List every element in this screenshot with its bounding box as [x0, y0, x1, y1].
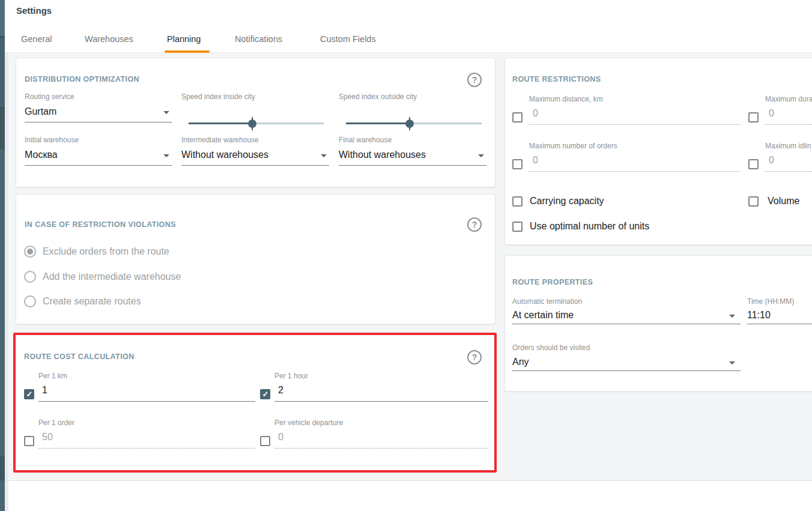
- final-warehouse-select[interactable]: Without warehouses: [339, 150, 426, 160]
- speed-inside-slider[interactable]: [189, 115, 324, 132]
- input-underline: [765, 171, 812, 172]
- routing-service-label: Routing service: [25, 92, 74, 101]
- intermediate-warehouse-select[interactable]: Without warehouses: [181, 150, 268, 160]
- per-hour-label: Per 1 hour: [274, 372, 308, 380]
- collapsed-sidebar-strip[interactable]: [0, 0, 5, 511]
- tab-bar: General Warehouses Planning Notification…: [5, 26, 812, 53]
- input-underline: [529, 171, 741, 172]
- radio-add-intermediate-warehouse[interactable]: [24, 271, 36, 283]
- radio-label[interactable]: Add the intermediate warehouse: [43, 271, 181, 282]
- per-departure-checkbox[interactable]: [260, 436, 270, 446]
- per-km-label: Per 1 km: [38, 372, 67, 380]
- orders-visited-label: Orders should be visited: [512, 343, 590, 352]
- chevron-down-icon[interactable]: [729, 361, 735, 364]
- automatic-termination-select[interactable]: At certain time: [512, 310, 574, 321]
- section-title: IN CASE OF RESTRICTION VIOLATIONS: [25, 220, 176, 229]
- input-underline: [25, 122, 172, 122]
- radio-exclude-orders[interactable]: [24, 246, 36, 258]
- tab-planning[interactable]: Planning: [167, 34, 201, 44]
- routing-service-select[interactable]: Gurtam: [25, 106, 56, 117]
- max-orders-label: Maximum number of orders: [529, 142, 617, 150]
- section-title: ROUTE COST CALCULATION: [24, 352, 135, 361]
- chevron-down-icon[interactable]: [478, 154, 484, 157]
- help-icon[interactable]: ?: [467, 350, 482, 364]
- carrying-capacity-label[interactable]: Carrying capacity: [530, 196, 604, 207]
- per-hour-input[interactable]: 2: [278, 385, 283, 396]
- max-idling-input[interactable]: 0: [769, 155, 774, 166]
- tab-custom-fields[interactable]: Custom Fields: [320, 34, 376, 44]
- initial-warehouse-label: Initial warehouse: [25, 136, 79, 144]
- carrying-capacity-checkbox[interactable]: [512, 196, 523, 207]
- max-duration-label: Maximum dura: [765, 95, 812, 103]
- input-underline: [747, 324, 812, 324]
- chevron-down-icon[interactable]: [163, 111, 169, 114]
- slider-thumb[interactable]: [405, 119, 414, 128]
- footer-divider: [5, 480, 812, 481]
- max-idling-checkbox[interactable]: [748, 159, 759, 169]
- slider-thumb[interactable]: [248, 119, 256, 128]
- speed-inside-label: Speed index inside city: [181, 92, 255, 101]
- max-duration-input[interactable]: 0: [769, 108, 774, 119]
- input-underline: [339, 165, 486, 166]
- per-km-input[interactable]: 1: [42, 385, 47, 396]
- optimal-units-label[interactable]: Use optimal number of units: [530, 221, 649, 232]
- radio-label[interactable]: Create separate routes: [43, 296, 141, 307]
- page-title: Settings: [16, 5, 52, 16]
- chevron-down-icon[interactable]: [729, 315, 735, 318]
- speed-outside-label: Speed index outside city: [339, 92, 417, 101]
- input-underline: [274, 401, 488, 402]
- settings-header: Settings General Warehouses Planning Not…: [5, 0, 812, 53]
- volume-label[interactable]: Volume: [768, 196, 799, 207]
- per-order-label: Per 1 order: [38, 419, 74, 427]
- card-route-properties: ROUTE PROPERTIES Automatic termination A…: [504, 255, 812, 392]
- max-distance-label: Maximum distance, km: [529, 95, 603, 103]
- max-orders-checkbox[interactable]: [512, 159, 523, 169]
- card-route-restrictions: ROUTE RESTRICTIONS Maximum distance, km …: [504, 58, 812, 245]
- section-title: ROUTE RESTRICTIONS: [512, 75, 601, 83]
- help-icon[interactable]: ?: [467, 217, 482, 232]
- initial-warehouse-select[interactable]: Москва: [25, 150, 58, 160]
- input-underline: [529, 124, 741, 125]
- card-route-cost-calculation-highlighted: ROUTE COST CALCULATION ? Per 1 km 1 Per …: [13, 333, 497, 473]
- help-icon[interactable]: ?: [467, 73, 482, 87]
- chevron-down-icon[interactable]: [163, 154, 169, 157]
- input-underline: [765, 124, 812, 125]
- orders-visited-select[interactable]: Any: [512, 357, 529, 367]
- tab-general[interactable]: General: [21, 34, 52, 44]
- max-idling-label: Maximum idlin: [765, 142, 811, 150]
- optimal-units-checkbox[interactable]: [512, 222, 523, 232]
- per-hour-checkbox[interactable]: [260, 389, 270, 399]
- radio-label[interactable]: Exclude orders from the route: [43, 246, 169, 257]
- input-underline: [38, 448, 255, 449]
- input-underline: [181, 165, 329, 166]
- time-input[interactable]: 11:10: [747, 310, 771, 321]
- speed-outside-slider[interactable]: [346, 115, 482, 132]
- per-km-checkbox[interactable]: [24, 389, 34, 399]
- input-underline: [512, 370, 741, 371]
- per-order-input[interactable]: 50: [42, 432, 53, 443]
- max-distance-checkbox[interactable]: [512, 112, 523, 122]
- radio-create-separate-routes[interactable]: [24, 295, 36, 307]
- tab-notifications[interactable]: Notifications: [235, 34, 282, 44]
- input-underline: [274, 448, 488, 449]
- max-orders-input[interactable]: 0: [533, 155, 538, 166]
- per-order-checkbox[interactable]: [24, 436, 34, 446]
- card-distribution-optimization: DISTRIBUTION OPTIMIZATION ? Routing serv…: [16, 58, 495, 187]
- final-warehouse-label: Final warehouse: [339, 136, 392, 144]
- chevron-down-icon[interactable]: [321, 154, 327, 157]
- intermediate-warehouse-label: Intermediate warehouse: [181, 136, 259, 144]
- time-label: Time (HH:MM): [747, 297, 794, 306]
- section-title: DISTRIBUTION OPTIMIZATION: [25, 75, 139, 83]
- volume-checkbox[interactable]: [748, 196, 759, 207]
- card-restriction-violations: IN CASE OF RESTRICTION VIOLATIONS ? Excl…: [16, 194, 495, 324]
- input-underline: [38, 401, 255, 402]
- tab-warehouses[interactable]: Warehouses: [85, 34, 133, 44]
- max-duration-checkbox[interactable]: [748, 112, 759, 122]
- active-tab-indicator: [165, 50, 210, 53]
- input-underline: [25, 165, 172, 166]
- per-departure-label: Per vehicle departure: [274, 419, 343, 427]
- automatic-termination-label: Automatic termination: [512, 297, 582, 306]
- section-title: ROUTE PROPERTIES: [512, 278, 593, 286]
- per-departure-input[interactable]: 0: [278, 432, 283, 443]
- max-distance-input[interactable]: 0: [533, 108, 538, 119]
